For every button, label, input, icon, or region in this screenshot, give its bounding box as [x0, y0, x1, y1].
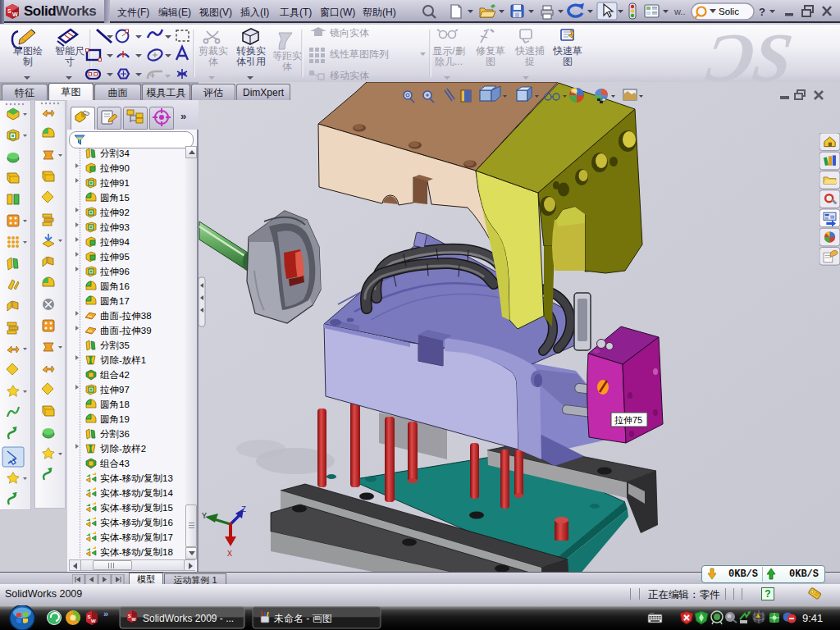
- svg-text:!: !: [757, 614, 758, 619]
- svg-text:Y: Y: [202, 512, 207, 521]
- svg-text:»: »: [103, 609, 108, 619]
- svg-text:S: S: [128, 614, 131, 619]
- svg-text:9:41: 9:41: [802, 612, 823, 624]
- svg-text:SolidWorks 2009 - ...: SolidWorks 2009 - ...: [143, 613, 234, 624]
- svg-text:W: W: [132, 617, 137, 622]
- svg-text:S: S: [88, 614, 91, 619]
- svg-text:W: W: [91, 619, 96, 623]
- svg-text:未命名 - 画图: 未命名 - 画图: [274, 613, 332, 624]
- svg-text:Z: Z: [241, 505, 246, 514]
- svg-text:?: ?: [759, 6, 765, 18]
- svg-text:****: ****: [650, 613, 655, 616]
- svg-text:w..: w..: [673, 7, 685, 16]
- svg-text:ϽS: ϽS: [702, 25, 797, 82]
- svg-text:Solic: Solic: [719, 7, 739, 16]
- svg-text:S: S: [7, 8, 11, 14]
- svg-text:W: W: [12, 11, 18, 17]
- svg-text:X: X: [227, 550, 232, 559]
- svg-text:拉伸75: 拉伸75: [614, 415, 642, 425]
